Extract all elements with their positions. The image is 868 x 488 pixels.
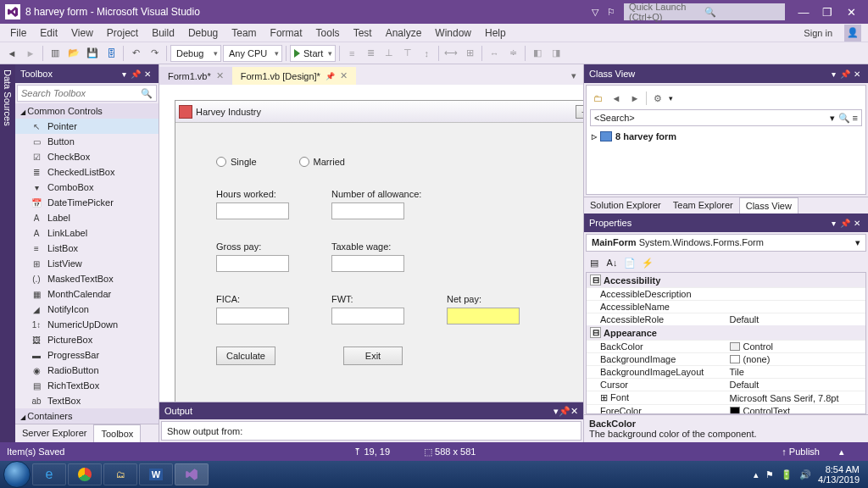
menu-file[interactable]: File (3, 25, 33, 42)
menu-help[interactable]: Help (478, 25, 513, 42)
toolbox-group[interactable]: Containers (15, 408, 159, 424)
close-icon[interactable]: ✕ (340, 70, 348, 81)
radio-single[interactable]: Single (216, 157, 257, 167)
hours-input[interactable] (216, 202, 289, 219)
order-icon[interactable]: ◨ (548, 45, 565, 62)
pin-icon[interactable]: 📌 (559, 406, 570, 417)
toolbox-item-textbox[interactable]: abTextBox (15, 393, 159, 408)
prop-row-backcolor[interactable]: BackColorControl (587, 340, 865, 352)
menu-view[interactable]: View (64, 25, 100, 42)
toolbox-item-linklabel[interactable]: ALinkLabel (15, 225, 159, 241)
open-file-icon[interactable]: 📂 (65, 45, 82, 62)
prop-row-forecolor[interactable]: ForeColorControlText (587, 404, 865, 414)
classview-root[interactable]: ▷8 harvey form (592, 131, 860, 141)
filter-icon[interactable]: ▽ (592, 7, 598, 18)
alphabetical-icon[interactable]: A↓ (604, 255, 620, 270)
menu-build[interactable]: Build (145, 25, 181, 42)
taskbar-word[interactable]: W (139, 463, 173, 485)
properties-grid[interactable]: AccessibilityAccessibleDescriptionAccess… (586, 272, 866, 414)
taxable-output[interactable] (331, 255, 404, 272)
prop-row-accessiblename[interactable]: AccessibleName (587, 300, 865, 313)
taskbar-vs[interactable] (175, 463, 209, 485)
toolbox-search[interactable]: 🔍 (17, 85, 157, 102)
close-icon[interactable]: ✕ (142, 69, 153, 79)
toolbox-item-monthcalendar[interactable]: ▦MonthCalendar (15, 286, 159, 302)
prop-category[interactable]: Appearance (587, 325, 865, 340)
menu-edit[interactable]: Edit (33, 25, 64, 42)
fwt-output[interactable] (331, 308, 404, 324)
tray-clock[interactable]: 8:54 AM4/13/2019 (818, 464, 860, 485)
prop-row-cursor[interactable]: CursorDefault (587, 378, 865, 391)
config-combo[interactable]: Debug (170, 45, 221, 62)
platform-combo[interactable]: Any CPU (223, 45, 282, 62)
close-icon[interactable]: ✕ (851, 69, 863, 79)
taskbar-explorer[interactable]: 🗂 (103, 463, 137, 485)
toolbox-item-label[interactable]: ALabel (15, 210, 159, 225)
back-icon[interactable]: ◄ (609, 91, 624, 106)
spacing-icon[interactable]: ↔ (486, 45, 503, 62)
settings-icon[interactable]: ⚙ (650, 91, 665, 106)
pin-icon[interactable]: 📌 (130, 69, 142, 79)
radio-married[interactable]: Married (299, 157, 345, 167)
spacing-icon[interactable]: ⟷ (442, 45, 459, 62)
align-icon[interactable]: ≣ (362, 45, 379, 62)
toolbox-item-maskedtextbox[interactable]: (.)MaskedTextBox (15, 271, 159, 286)
toolbox-item-richtextbox[interactable]: ▤RichTextBox (15, 378, 159, 393)
toolbox-item-notifyicon[interactable]: ◢NotifyIcon (15, 302, 159, 317)
tray-volume-icon[interactable]: 🔊 (799, 469, 811, 480)
props-page-icon[interactable]: 📄 (621, 255, 638, 270)
events-icon[interactable]: ⚡ (639, 255, 656, 270)
toolbox-item-listbox[interactable]: ≡ListBox (15, 241, 159, 256)
toolbox-item-numericupdown[interactable]: 1↕NumericUpDown (15, 317, 159, 332)
menu-tools[interactable]: Tools (309, 25, 347, 42)
classview-search[interactable]: <Search>▾ 🔍 ≡ (590, 109, 862, 126)
quick-launch-input[interactable]: Quick Launch (Ctrl+Q)🔍 (624, 3, 785, 20)
menu-format[interactable]: Format (264, 25, 309, 42)
close-icon[interactable]: ✕ (851, 219, 863, 228)
notification-icon[interactable]: ⚐ (607, 7, 615, 18)
data-sources-tab[interactable]: Data Sources (0, 64, 15, 442)
redo-icon[interactable]: ↷ (146, 45, 163, 62)
menu-analyze[interactable]: Analyze (379, 25, 429, 42)
design-form[interactable]: Harvey Industry — ☐ ✕ Single Married Hou… (175, 100, 583, 402)
toolbox-item-checkedlistbox[interactable]: ≣CheckedListBox (15, 164, 159, 180)
toolbox-item-radiobutton[interactable]: ◉RadioButton (15, 363, 159, 378)
toolbox-item-datetimepicker[interactable]: 📅DateTimePicker (15, 195, 159, 210)
align-icon[interactable]: ≡ (343, 45, 360, 62)
start-orb[interactable] (3, 461, 31, 488)
toolbox-item-progressbar[interactable]: ▬ProgressBar (15, 347, 159, 363)
menu-window[interactable]: Window (428, 25, 478, 42)
menu-test[interactable]: Test (347, 25, 379, 42)
align-icon[interactable]: ↕ (418, 45, 435, 62)
categorized-icon[interactable]: ▤ (586, 255, 603, 270)
tab-toolbox[interactable]: Toolbox (93, 424, 141, 442)
sign-in-link[interactable]: Sign in (795, 25, 841, 41)
tab-server-explorer[interactable]: Server Explorer (15, 424, 93, 442)
net-output[interactable] (447, 308, 520, 324)
save-all-icon[interactable]: 🗄 (103, 45, 120, 62)
spacing-icon[interactable]: ≑ (504, 45, 521, 62)
new-project-icon[interactable]: ▥ (47, 45, 64, 62)
toolbox-group[interactable]: Common Controls (15, 103, 159, 119)
form-designer[interactable]: Harvey Industry — ☐ ✕ Single Married Hou… (159, 85, 583, 402)
start-button[interactable]: Start (290, 45, 336, 62)
toolbox-item-picturebox[interactable]: 🖼PictureBox (15, 332, 159, 347)
pin-icon[interactable]: 📌 (326, 72, 335, 80)
close-icon[interactable]: ✕ (570, 406, 578, 417)
doc-tab[interactable]: Form1.vb*✕ (159, 67, 232, 85)
tab-solution-explorer[interactable]: Solution Explorer (584, 197, 667, 214)
menu-team[interactable]: Team (225, 25, 263, 42)
nav-back-icon[interactable]: ◄ (3, 45, 20, 62)
restore-button[interactable]: ❐ (815, 3, 839, 21)
tray-flag-icon[interactable]: ⚑ (765, 469, 774, 480)
toolbox-item-listview[interactable]: ⊞ListView (15, 256, 159, 271)
toolbox-item-button[interactable]: ▭Button (15, 134, 159, 149)
save-icon[interactable]: 💾 (84, 45, 101, 62)
exit-button[interactable]: Exit (343, 347, 403, 365)
prop-row-backgroundimagelayout[interactable]: BackgroundImageLayoutTile (587, 365, 865, 378)
avatar-icon[interactable]: 👤 (844, 25, 861, 42)
order-icon[interactable]: ◧ (529, 45, 546, 62)
align-icon[interactable]: ⊤ (399, 45, 416, 62)
fica-output[interactable] (216, 308, 289, 324)
dropdown-icon[interactable]: ▾ (827, 69, 839, 79)
